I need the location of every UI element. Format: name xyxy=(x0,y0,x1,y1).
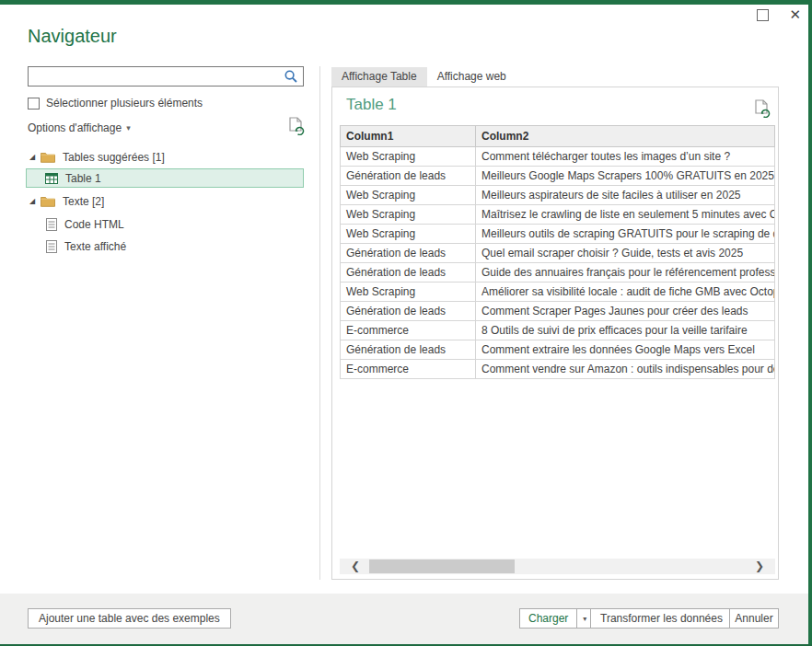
table-cell: Génération de leads xyxy=(341,263,476,283)
table-cell: Web Scraping xyxy=(341,147,476,167)
tab-affichage-web[interactable]: Affichage web xyxy=(427,67,516,87)
select-multiple-row: Sélectionner plusieurs éléments xyxy=(28,97,203,110)
tree-item-label: Table 1 xyxy=(65,172,101,185)
table-cell: Meilleurs outils de scraping GRATUITS po… xyxy=(476,225,775,244)
preview-pane: Table 1 Column1 Column2 Web ScrapingComm… xyxy=(331,87,779,580)
document-icon xyxy=(46,240,57,253)
table-cell: Génération de leads xyxy=(341,244,476,263)
folder-icon xyxy=(41,151,55,163)
table-row: Génération de leadsQuel email scraper ch… xyxy=(341,244,775,263)
window-controls: ✕ xyxy=(757,4,801,26)
column-header: Column2 xyxy=(476,126,775,147)
display-options-label: Options d'affichage xyxy=(28,121,122,134)
window-top-accent-bar xyxy=(0,0,812,5)
tree-group-label: Tables suggérées [1] xyxy=(63,151,165,164)
table-cell: Comment extraire les données Google Maps… xyxy=(476,340,775,360)
table-cell: Génération de leads xyxy=(341,340,476,360)
close-icon[interactable]: ✕ xyxy=(789,6,801,23)
table-row: Web ScrapingComment télécharger toutes l… xyxy=(341,147,775,167)
footer: Ajouter une table avec des exemples Char… xyxy=(0,594,808,644)
panel-divider xyxy=(319,66,320,580)
maximize-icon[interactable] xyxy=(757,9,769,21)
table-row: Génération de leadsGuide des annuaires f… xyxy=(341,263,775,283)
table-cell: Génération de leads xyxy=(341,167,476,186)
table-cell: Web Scraping xyxy=(341,186,476,205)
table-icon xyxy=(45,173,58,184)
table-header-row: Column1 Column2 xyxy=(341,126,775,147)
search-input[interactable] xyxy=(32,67,284,86)
search-icon[interactable] xyxy=(284,69,298,84)
tree-group-tables[interactable]: ◢ Tables suggérées [1] xyxy=(29,147,165,167)
scroll-left-icon[interactable]: ❮ xyxy=(351,559,360,573)
table-row: E-commerceComment vendre sur Amazon : ou… xyxy=(341,360,775,379)
tree-item-code-html[interactable]: Code HTML xyxy=(46,214,124,234)
table-cell: Guide des annuaires français pour le réf… xyxy=(476,263,775,283)
table-cell: Quel email scraper choisir ? Guide, test… xyxy=(476,244,775,263)
table-cell: Comment vendre sur Amazon : outils indis… xyxy=(476,360,775,379)
refresh-icon[interactable] xyxy=(287,116,305,139)
table-cell: 8 Outils de suivi de prix efficaces pour… xyxy=(476,321,775,340)
preview-table: Column1 Column2 Web ScrapingComment télé… xyxy=(340,125,775,379)
preview-table-body: Web ScrapingComment télécharger toutes l… xyxy=(341,147,775,379)
transform-data-button[interactable]: Transformer les données xyxy=(590,608,733,629)
table-row: Génération de leadsComment extraire les … xyxy=(341,340,775,360)
table-cell: Web Scraping xyxy=(341,225,476,244)
table-cell: Comment télécharger toutes les images d’… xyxy=(476,147,775,167)
refresh-icon[interactable] xyxy=(753,98,771,121)
load-button[interactable]: Charger xyxy=(520,609,576,628)
table-row: Web ScrapingMeilleurs outils de scraping… xyxy=(341,225,775,244)
scrollbar-thumb[interactable] xyxy=(369,559,515,573)
table-cell: Web Scraping xyxy=(341,283,476,302)
table-row: Génération de leadsComment Scraper Pages… xyxy=(341,302,775,321)
table-row: Web ScrapingAméliorer sa visibilité loca… xyxy=(341,283,775,302)
table-row: Web ScrapingMaîtrisez le crawling de lis… xyxy=(341,205,775,225)
window-right-accent-bar xyxy=(808,0,812,646)
select-multiple-label: Sélectionner plusieurs éléments xyxy=(46,97,203,110)
tree-group-texte[interactable]: ◢ Texte [2] xyxy=(29,191,104,211)
tree-item-label: Code HTML xyxy=(64,218,124,231)
tree-item-table1[interactable]: Table 1 xyxy=(26,168,304,188)
folder-icon xyxy=(41,195,55,207)
table-row: Génération de leadsMeilleurs Google Maps… xyxy=(341,167,775,186)
tree-item-label: Texte affiché xyxy=(64,240,126,253)
table-row: E-commerce8 Outils de suivi de prix effi… xyxy=(341,321,775,340)
table-cell: E-commerce xyxy=(341,321,476,340)
table-cell: Génération de leads xyxy=(341,302,476,321)
expand-triangle-icon[interactable]: ◢ xyxy=(29,153,41,161)
table-cell: Meilleurs aspirateurs de site faciles à … xyxy=(476,186,775,205)
preview-title: Table 1 xyxy=(346,96,397,114)
chevron-down-icon: ▾ xyxy=(126,123,131,133)
select-multiple-checkbox[interactable] xyxy=(28,98,40,110)
table-cell: Web Scraping xyxy=(341,205,476,225)
table-cell: Meilleurs Google Maps Scrapers 100% GRAT… xyxy=(476,167,775,186)
tree-group-label: Texte [2] xyxy=(63,195,104,208)
load-split-button: Charger ▾ xyxy=(519,608,593,629)
cancel-button[interactable]: Annuler xyxy=(729,608,779,629)
display-options-row: Options d'affichage▾ xyxy=(28,119,304,137)
search-box xyxy=(28,66,304,87)
tab-affichage-table[interactable]: Affichage Table xyxy=(331,67,427,87)
preview-tabs: Affichage Table Affichage web xyxy=(331,67,516,87)
display-options-dropdown[interactable]: Options d'affichage▾ xyxy=(28,119,131,134)
horizontal-scrollbar[interactable]: ❮ ❯ xyxy=(340,559,775,574)
table-cell: E-commerce xyxy=(341,360,476,379)
column-header: Column1 xyxy=(341,126,476,147)
expand-triangle-icon[interactable]: ◢ xyxy=(29,197,41,205)
table-cell: Améliorer sa visibilité locale : audit d… xyxy=(476,283,775,302)
add-table-examples-button[interactable]: Ajouter une table avec des exemples xyxy=(28,608,231,629)
document-icon xyxy=(46,218,57,231)
table-cell: Comment Scraper Pages Jaunes pour créer … xyxy=(476,302,775,321)
table-row: Web ScrapingMeilleurs aspirateurs de sit… xyxy=(341,186,775,205)
page-title: Navigateur xyxy=(28,26,117,47)
table-cell: Maîtrisez le crawling de liste en seulem… xyxy=(476,205,775,225)
tree-item-texte-affiche[interactable]: Texte affiché xyxy=(46,236,126,256)
scroll-right-icon[interactable]: ❯ xyxy=(755,559,764,573)
